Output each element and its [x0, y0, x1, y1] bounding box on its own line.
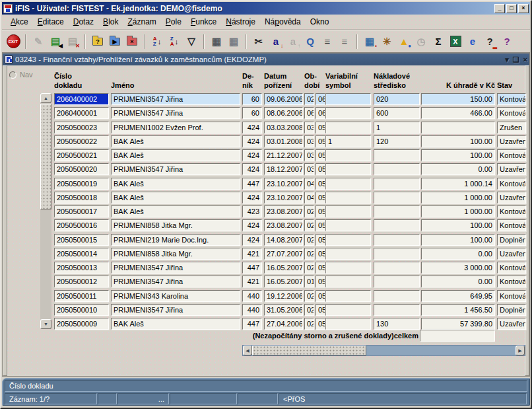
cell-amount[interactable]: 100.00 [421, 135, 495, 147]
cell-name[interactable]: PRIJMENI3547 Jiřina [111, 262, 240, 274]
filter-icon[interactable]: ▽ [183, 34, 199, 50]
cell-vs[interactable] [325, 290, 371, 302]
nav-radio[interactable]: Nav [9, 71, 33, 79]
cell-vs[interactable] [325, 219, 371, 231]
form-titlebar[interactable]: 03243 - Finanční vztahy/Prohlížení závaz… [3, 54, 529, 65]
cell-period1[interactable]: 03 [304, 135, 314, 147]
cell-cc[interactable]: 1 [374, 122, 420, 133]
cell-amount[interactable]: 150.00 [421, 93, 495, 105]
cell-journal[interactable]: 423 [242, 205, 262, 217]
cell-date[interactable]: 03.01.2008 [264, 135, 303, 147]
cell-name[interactable]: BAK Aleš [111, 192, 240, 204]
cell-status[interactable]: Zrušen [497, 122, 526, 133]
menu-item-zznam[interactable]: Záznam [123, 16, 160, 28]
cut-icon[interactable]: ✂ [251, 34, 267, 50]
cell-amount[interactable]: 1 000.00 [421, 192, 495, 204]
menu-item-dotaz[interactable]: Dotaz [69, 16, 98, 28]
print-icon[interactable]: ▦ [209, 34, 224, 50]
cell-doc[interactable]: 2050500011 [54, 290, 109, 302]
clear-record-icon[interactable]: ▤✕ [65, 34, 81, 50]
cell-journal[interactable]: 447 [242, 178, 262, 190]
cell-period2[interactable]: 05 [316, 135, 325, 147]
cell-vs[interactable] [325, 107, 371, 119]
cell-status[interactable]: Kontován [497, 107, 526, 119]
cell-cc[interactable]: 020 [374, 93, 420, 105]
cell-period2[interactable]: 05 [316, 248, 325, 260]
cell-amount[interactable]: 649.95 [421, 290, 495, 302]
cell-journal[interactable]: 447 [242, 318, 262, 330]
zoom-icon[interactable]: Q [302, 34, 318, 50]
cell-vs[interactable] [325, 248, 371, 260]
cell-journal[interactable]: 424 [242, 234, 262, 246]
cell-date[interactable]: 16.05.2007 [264, 276, 303, 287]
cell-period2[interactable]: 05 [316, 163, 325, 175]
cell-journal[interactable]: 424 [242, 149, 262, 161]
cell-name[interactable]: PRIJMENI3547 Jiřina [111, 304, 240, 316]
cell-date[interactable]: 18.12.2007 [264, 163, 303, 175]
cell-name[interactable]: PRIJMENI3547 Jiřina [111, 163, 240, 175]
cell-journal[interactable]: 60 [242, 93, 262, 105]
cell-name[interactable]: PRIJMENI219 Marie Doc.Ing. [111, 234, 240, 246]
cell-status[interactable]: Doplněn [497, 304, 526, 316]
cell-cc[interactable]: 600 [374, 107, 420, 119]
cell-doc[interactable]: 2050500023 [54, 122, 109, 133]
outline-list-icon[interactable]: ≡ [319, 34, 335, 50]
cell-period2[interactable]: 05 [316, 178, 325, 190]
cell-status[interactable]: Kontován [497, 149, 526, 161]
cell-date[interactable]: 08.06.2006 [264, 107, 303, 119]
cell-period1[interactable]: 03 [304, 163, 314, 175]
cell-name[interactable]: PRIJMENI3547 Jiřina [111, 276, 240, 287]
cell-doc[interactable]: 2050500022 [54, 135, 109, 147]
cell-date[interactable]: 27.07.2007 [264, 248, 303, 260]
cell-vs[interactable] [325, 234, 371, 246]
close-button[interactable]: × [518, 4, 529, 13]
cell-amount[interactable]: 0.00 [421, 248, 495, 260]
cell-date[interactable]: 23.10.2007 [264, 192, 303, 204]
cell-journal[interactable]: 447 [242, 262, 262, 274]
cell-vs[interactable] [325, 93, 371, 105]
menu-item-npovda[interactable]: Nápověda [260, 16, 306, 28]
cell-cc[interactable] [374, 248, 420, 260]
form-minimize-button[interactable]: ▾ [505, 56, 509, 63]
cell-status[interactable]: Doplněn [497, 234, 526, 246]
cell-vs[interactable] [325, 304, 371, 316]
cell-status[interactable]: Uzavřen [497, 135, 526, 147]
cell-date[interactable]: 31.05.2006 [264, 304, 303, 316]
cell-date[interactable]: 23.08.2007 [264, 205, 303, 217]
cell-vs[interactable]: 1 [325, 135, 371, 147]
cell-amount[interactable] [421, 122, 495, 133]
cell-period1[interactable]: 02 [304, 205, 314, 217]
total-field[interactable] [420, 330, 495, 342]
menu-item-funkce[interactable]: Funkce [186, 16, 221, 28]
cell-date[interactable]: 27.04.2006 [264, 318, 303, 330]
cell-period2[interactable]: 05 [316, 234, 325, 246]
cell-journal[interactable]: 421 [242, 276, 262, 287]
cell-name[interactable]: BAK Aleš [111, 318, 240, 330]
cell-period1[interactable]: 02 [304, 248, 314, 260]
cell-period2[interactable]: 05 [316, 122, 325, 133]
cell-name[interactable]: PRIJMENI3547 Jiřina [111, 93, 240, 105]
cell-journal[interactable]: 424 [242, 219, 262, 231]
menu-item-akce[interactable]: Akce [6, 16, 33, 28]
cell-amount[interactable]: 100.00 [421, 149, 495, 161]
help-red-icon[interactable]: ?▂ [482, 34, 498, 50]
cell-journal[interactable]: 424 [242, 122, 262, 133]
cell-vs[interactable] [325, 149, 371, 161]
cell-vs[interactable] [325, 178, 371, 190]
cell-name[interactable]: PRIJMENI858 Jitka Mgr. [111, 248, 240, 260]
cell-doc[interactable]: 2060400001 [54, 107, 109, 119]
cell-amount[interactable]: 100.00 [421, 234, 495, 246]
outline-tree-icon[interactable]: ≡ [337, 34, 352, 50]
cell-doc[interactable]: 2050500020 [54, 163, 109, 175]
cell-name[interactable]: BAK Aleš [111, 178, 240, 190]
cell-cc[interactable] [374, 219, 420, 231]
cell-period1[interactable]: 01 [304, 276, 314, 287]
scroll-right-button[interactable]: ▶ [515, 346, 525, 355]
cell-cc[interactable]: 130 [374, 318, 420, 330]
cell-name[interactable]: BAK Aleš [111, 149, 240, 161]
cell-date[interactable]: 21.12.2007 [264, 149, 303, 161]
cell-cc[interactable] [374, 178, 420, 190]
cell-amount[interactable]: 100.00 [421, 219, 495, 231]
menu-item-nstroje[interactable]: Nástroje [221, 16, 260, 28]
cell-cc[interactable] [374, 234, 420, 246]
